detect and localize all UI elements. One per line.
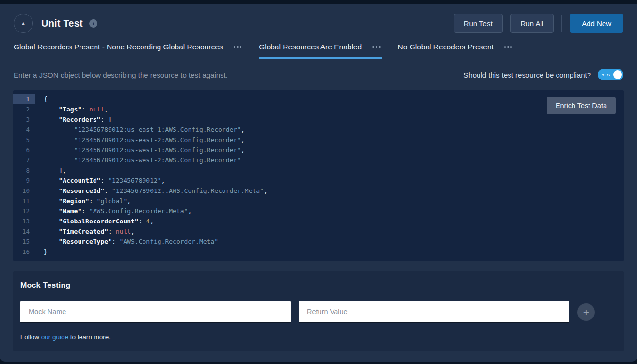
line-number: 3: [13, 114, 35, 125]
line-number: 2: [13, 104, 35, 114]
code-line[interactable]: 7 "123456789012:us-west-2:AWS.Config.Rec…: [13, 155, 624, 165]
code-text: "GlobalRecorderCount": 4,: [35, 216, 154, 226]
line-number: 9: [13, 175, 35, 186]
follow-suffix: to learn more.: [68, 333, 111, 341]
code-line[interactable]: 1{: [13, 94, 624, 104]
line-number: 14: [13, 226, 35, 237]
plus-icon: +: [583, 307, 589, 317]
code-text: "TimeCreated": null,: [35, 226, 135, 237]
subheader: Enter a JSON object below describing the…: [0, 59, 637, 83]
line-number: 5: [13, 135, 35, 145]
code-text: "123456789012:us-west-1:AWS.Config.Recor…: [35, 145, 245, 155]
code-line[interactable]: 3 "Recorders": [: [13, 114, 624, 125]
code-line[interactable]: 12 "Name": "AWS.Config.Recorder.Meta",: [13, 206, 624, 216]
chevron-up-icon: ▲: [21, 21, 26, 26]
editor-instruction: Enter a JSON object below describing the…: [14, 71, 228, 79]
unit-test-panel: ▲ Unit Test i Run Test Run All Add New G…: [0, 4, 637, 362]
line-number: 16: [13, 247, 35, 257]
add-new-button[interactable]: Add New: [570, 14, 623, 33]
code-line[interactable]: 9 "AccountId": "123456789012",: [13, 175, 624, 186]
header: ▲ Unit Test i Run Test Run All Add New: [0, 4, 637, 37]
code-line[interactable]: 13 "GlobalRecorderCount": 4,: [13, 216, 624, 226]
page-title: Unit Test: [41, 18, 83, 29]
info-icon[interactable]: i: [89, 19, 97, 28]
line-number: 7: [13, 155, 35, 165]
tab-global-resources-are-enabled[interactable]: Global Resources Are Enabled: [259, 37, 381, 59]
tab-label: Global Resources Are Enabled: [259, 43, 362, 51]
code-text: "ResourceType": "AWS.Config.Recorder.Met…: [35, 237, 218, 247]
toggle-knob: [613, 70, 622, 79]
tab-no-global-recoders-present[interactable]: No Global Recoders Present: [398, 37, 513, 59]
run-all-button[interactable]: Run All: [510, 14, 554, 33]
tab-label: Global Recorders Present - None Recordin…: [14, 43, 223, 51]
json-code-editor[interactable]: 1{2 "Tags": null,3 "Recorders": [4 "1234…: [13, 90, 624, 261]
compliant-control: Should this test resource be compliant? …: [463, 69, 623, 80]
code-line[interactable]: 16}: [13, 247, 624, 257]
compliant-question: Should this test resource be compliant?: [463, 71, 591, 79]
mock-name-input[interactable]: [20, 301, 291, 323]
line-number: 1: [13, 94, 35, 104]
code-text: "Tags": null,: [35, 104, 108, 114]
return-value-input[interactable]: [299, 301, 569, 323]
code-text: ],: [35, 165, 66, 175]
code-text: "Recorders": [: [35, 114, 112, 125]
mock-inputs-row: +: [20, 301, 617, 323]
code-text: "123456789012:us-east-1:AWS.Config.Recor…: [35, 125, 245, 135]
tab-menu-icon[interactable]: [503, 44, 513, 50]
code-text: "123456789012:us-west-2:AWS.Config.Recor…: [35, 155, 241, 165]
mock-testing-section: Mock Testing + Follow our guide to learn…: [13, 271, 624, 351]
follow-prefix: Follow: [20, 333, 41, 341]
code-text: {: [35, 94, 48, 104]
run-test-button[interactable]: Run Test: [454, 14, 503, 33]
line-number: 6: [13, 145, 35, 155]
code-line[interactable]: 4 "123456789012:us-east-1:AWS.Config.Rec…: [13, 125, 624, 135]
code-text: "123456789012:us-east-2:AWS.Config.Recor…: [35, 135, 245, 145]
collapse-panel-button[interactable]: ▲: [14, 14, 33, 33]
toggle-state-label: YES: [602, 73, 610, 77]
code-line[interactable]: 15 "ResourceType": "AWS.Config.Recorder.…: [13, 237, 624, 247]
code-text: }: [35, 247, 48, 257]
code-line[interactable]: 6 "123456789012:us-west-1:AWS.Config.Rec…: [13, 145, 624, 155]
follow-guide-text: Follow our guide to learn more.: [20, 333, 617, 341]
compliant-toggle[interactable]: YES: [598, 69, 623, 80]
tab-menu-icon[interactable]: [371, 44, 382, 50]
code-lines[interactable]: 1{2 "Tags": null,3 "Recorders": [4 "1234…: [13, 94, 624, 257]
tab-menu-icon[interactable]: [233, 44, 243, 50]
tab-label: No Global Recoders Present: [398, 43, 494, 51]
code-text: "Region": "global",: [35, 196, 131, 206]
code-line[interactable]: 2 "Tags": null,: [13, 104, 624, 114]
code-line[interactable]: 11 "Region": "global",: [13, 196, 624, 206]
enrich-test-data-button[interactable]: Enrich Test Data: [547, 97, 616, 114]
line-number: 10: [13, 186, 35, 196]
our-guide-link[interactable]: our guide: [41, 333, 68, 341]
code-text: "AccountId": "123456789012",: [35, 175, 165, 186]
code-line[interactable]: 14 "TimeCreated": null,: [13, 226, 624, 237]
line-number: 4: [13, 125, 35, 135]
mock-testing-title: Mock Testing: [20, 281, 617, 290]
header-actions: Run Test Run All Add New: [454, 14, 623, 33]
code-text: "ResourceId": "123456789012::AWS.Config.…: [35, 186, 268, 196]
line-number: 11: [13, 196, 35, 206]
header-divider: [561, 15, 562, 32]
add-mock-button[interactable]: +: [577, 303, 595, 321]
code-line[interactable]: 10 "ResourceId": "123456789012::AWS.Conf…: [13, 186, 624, 196]
line-number: 13: [13, 216, 35, 226]
test-tabs: Global Recorders Present - None Recordin…: [0, 37, 637, 59]
line-number: 15: [13, 237, 35, 247]
line-number: 8: [13, 165, 35, 175]
code-line[interactable]: 8 ],: [13, 165, 624, 175]
code-line[interactable]: 5 "123456789012:us-east-2:AWS.Config.Rec…: [13, 135, 624, 145]
code-text: "Name": "AWS.Config.Recorder.Meta",: [35, 206, 191, 216]
line-number: 12: [13, 206, 35, 216]
tab-global-recorders-present[interactable]: Global Recorders Present - None Recordin…: [14, 37, 242, 59]
